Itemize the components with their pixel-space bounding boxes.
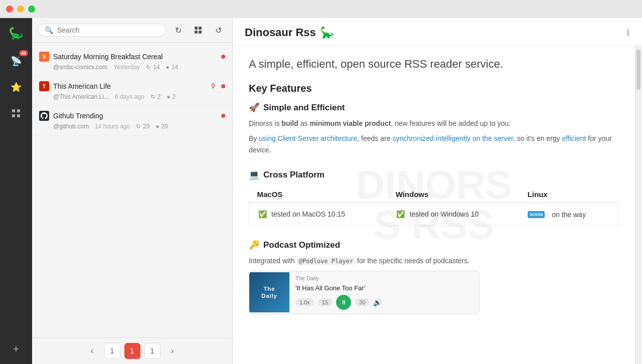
- sidebar-item-apps[interactable]: [7, 104, 25, 122]
- feed-item-header: T This American Life 🎙: [39, 81, 225, 91]
- feed-comments: ↻ 2: [150, 93, 161, 100]
- feed-list: S Saturday Morning Breakfast Cereal @smb…: [32, 43, 232, 337]
- grid-view-button[interactable]: [190, 22, 206, 38]
- feeds-nav-wrapper: 📡 45: [7, 52, 25, 70]
- platform-table: MacOS Windows Linux ✅ tested on MacO: [249, 186, 619, 226]
- page-1b-button[interactable]: 1: [144, 343, 160, 359]
- windows-status-text: tested on Windows 10: [410, 210, 479, 218]
- svg-rect-0: [12, 109, 15, 112]
- tagline: A simple, efficient, open source RSS rea…: [249, 58, 619, 71]
- platform-linux-status: SOON on the way: [520, 203, 619, 226]
- read-icon: ●: [155, 123, 159, 130]
- feed-item-tal[interactable]: T This American Life 🎙 @This American Li…: [32, 76, 232, 106]
- key-icon: 🔑: [249, 240, 259, 250]
- svg-rect-2: [12, 114, 15, 117]
- feed-reads: ● 14: [166, 64, 178, 71]
- unread-dot: [221, 55, 225, 59]
- comment-count: 2: [157, 93, 161, 100]
- sidebar-item-starred[interactable]: ⭐: [7, 78, 25, 96]
- app-logo: 🦕: [7, 24, 25, 42]
- read-count: 2: [173, 93, 176, 100]
- windows-check: ✅ tested on Windows 10: [396, 209, 479, 219]
- platform-row: ✅ tested on MacOS 10.15 ✅ tested on Wind…: [249, 203, 619, 226]
- podcast-controls: 1.0x 15 ⏸ 30 🔊: [295, 295, 473, 310]
- scrollbar[interactable]: [635, 46, 642, 364]
- feed-item-title: Saturday Morning Breakfast Cereal: [53, 53, 217, 61]
- platform-linux-header: Linux: [520, 186, 619, 203]
- podcast-thumb-title-line1: The: [264, 286, 275, 292]
- rewind-button[interactable]: 15: [318, 298, 332, 306]
- volume-icon: 🔊: [373, 298, 382, 306]
- podcast-show: The Daily: [295, 275, 473, 281]
- check-icon-windows: ✅: [396, 209, 406, 219]
- comment-count: 14: [153, 64, 159, 71]
- read-count: 29: [162, 123, 168, 130]
- feature-podcast-title: Podcast Optimized: [263, 240, 340, 250]
- feature-cross-title: Cross Platform: [263, 170, 325, 180]
- feature-podcast: 🔑 Podcast Optimized Integrated with @Pod…: [249, 240, 619, 314]
- svg-rect-3: [17, 114, 20, 117]
- feed-source: @github.com: [53, 123, 89, 130]
- content-panel: Dinosaur Rss 🦕 ℹ DINORS S RSS A simple, …: [233, 18, 642, 364]
- next-page-button[interactable]: ›: [165, 343, 181, 359]
- comment-count: 29: [143, 123, 149, 130]
- read-count: 14: [172, 64, 178, 71]
- feed-comments: ↻ 29: [136, 123, 149, 130]
- feed-favicon-tal: T: [39, 81, 49, 91]
- feed-item-title: This American Life: [53, 82, 206, 90]
- feed-item-smbc[interactable]: S Saturday Morning Breakfast Cereal @smb…: [32, 47, 232, 76]
- feed-reads: ● 29: [155, 123, 168, 130]
- feed-item-header: Github Trending: [39, 111, 225, 121]
- platform-windows-status: ✅ tested on Windows 10: [388, 203, 520, 226]
- forward-button[interactable]: 30: [355, 298, 369, 306]
- scrollbar-thumb[interactable]: [636, 50, 640, 90]
- prev-page-button[interactable]: ‹: [84, 343, 100, 359]
- feed-item-meta: @github.com 14 hours ago ↻ 29 ● 29: [39, 123, 225, 130]
- play-pause-button[interactable]: ⏸: [336, 295, 351, 310]
- feature-simple-text1: Dinorss is build as minimum viable produ…: [249, 118, 619, 129]
- soon-badge: SOON: [528, 211, 545, 218]
- svg-rect-5: [199, 27, 202, 30]
- rocket-icon: 🚀: [249, 102, 259, 113]
- feed-time: 6 days ago: [115, 93, 144, 100]
- content-title-text: Dinosaur Rss: [245, 26, 316, 39]
- refresh-button[interactable]: ↻: [170, 22, 186, 38]
- macos-check: ✅ tested on MacOS 10.15: [257, 209, 345, 219]
- close-button[interactable]: [6, 6, 13, 13]
- platform-macos-header: MacOS: [249, 186, 388, 203]
- feed-time: 14 hours ago: [95, 123, 130, 130]
- feed-item-title: Github Trending: [53, 112, 217, 120]
- feed-comments: ↻ 14: [146, 64, 159, 71]
- sort-button[interactable]: ↺: [210, 22, 226, 38]
- podcast-player: The Daily The Daily 'It Has All Gone Too…: [249, 271, 479, 314]
- unread-dot: [221, 84, 225, 88]
- add-feed-button[interactable]: +: [7, 340, 25, 358]
- content-header: Dinosaur Rss 🦕 ℹ: [233, 18, 642, 46]
- comment-icon: ↻: [146, 64, 151, 71]
- key-features-heading: Key Features: [249, 83, 619, 94]
- sidebar-bottom: +: [7, 340, 25, 358]
- feature-cross-platform: 💻 Cross Platform MacOS Windows Linux: [249, 169, 619, 226]
- feature-podcast-heading: 🔑 Podcast Optimized: [249, 240, 619, 250]
- comment-icon: ↻: [150, 93, 155, 100]
- speed-button[interactable]: 1.0x: [295, 298, 314, 306]
- podcast-icon: 🎙: [210, 82, 217, 90]
- search-box[interactable]: 🔍: [38, 24, 166, 37]
- comment-icon: ↻: [136, 123, 141, 130]
- content-title: Dinosaur Rss 🦕: [245, 26, 334, 39]
- svg-rect-4: [195, 27, 198, 30]
- sidebar: 🦕 📡 45 ⭐ +: [0, 18, 32, 364]
- read-icon: ●: [167, 93, 170, 100]
- page-1-button[interactable]: 1: [104, 343, 120, 359]
- laptop-icon: 💻: [249, 169, 259, 180]
- page-1-active-button[interactable]: 1: [124, 343, 140, 359]
- search-input[interactable]: [57, 26, 159, 34]
- feed-item-github[interactable]: Github Trending @github.com 14 hours ago…: [32, 106, 232, 135]
- maximize-button[interactable]: [28, 6, 35, 13]
- app-container: 🦕 📡 45 ⭐ + 🔍 ↻: [0, 18, 642, 364]
- feed-source: @smbc-comics.com: [53, 64, 107, 71]
- feature-simple: 🚀 Simple and Efficient Dinorss is build …: [249, 102, 619, 155]
- titlebar: [0, 0, 642, 18]
- feed-item-meta: @This American Li... 6 days ago ↻ 2 ● 2: [39, 93, 225, 100]
- minimize-button[interactable]: [17, 6, 24, 13]
